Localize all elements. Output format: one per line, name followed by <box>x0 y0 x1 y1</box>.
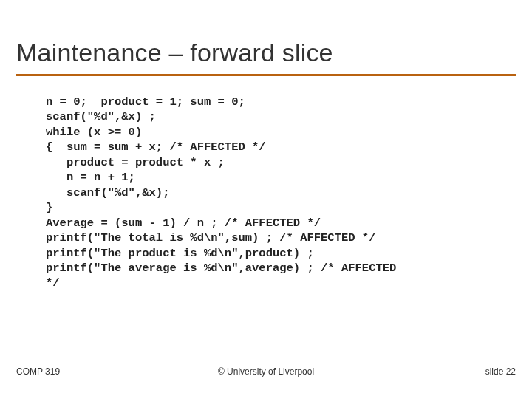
slide-title: Maintenance – forward slice <box>16 38 333 67</box>
slide: Maintenance – forward slice n = 0; produ… <box>0 0 532 399</box>
title-underline <box>16 74 516 76</box>
code-block: n = 0; product = 1; sum = 0; scanf("%d",… <box>46 95 502 291</box>
footer: COMP 319 © University of Liverpool slide… <box>0 366 532 378</box>
footer-copyright: © University of Liverpool <box>0 366 532 377</box>
footer-slide-number: slide 22 <box>485 366 516 377</box>
